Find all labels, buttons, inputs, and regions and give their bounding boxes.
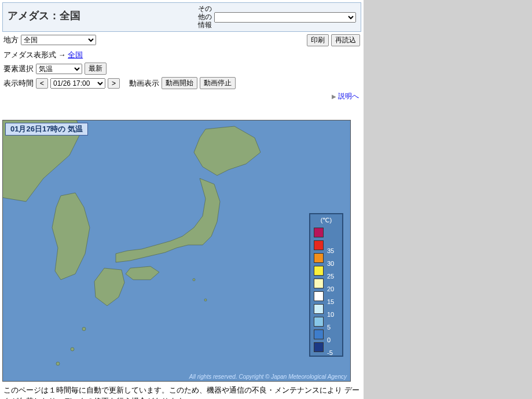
region-select[interactable]: 全国 (21, 35, 96, 45)
legend-value: 20 (327, 285, 339, 292)
page-title: アメダス：全国 (3, 3, 193, 31)
explain-link-row: ▶ 説明へ (2, 90, 361, 103)
table-format-link[interactable]: 全国 (68, 50, 83, 59)
japan-map (3, 120, 350, 381)
legend-swatch (314, 304, 324, 314)
time-prev-button[interactable]: < (36, 78, 48, 89)
other-info-section: その 他の 情報 (193, 3, 361, 31)
legend-value: 0 (327, 336, 339, 343)
legend-swatch (314, 342, 324, 352)
legend-value: -5 (327, 349, 339, 356)
legend-row (314, 226, 339, 239)
legend-value: 10 (327, 311, 339, 318)
animation-label: 動画表示 (129, 78, 159, 89)
time-label: 表示時間 (3, 78, 34, 89)
legend-value: 25 (327, 273, 339, 280)
svg-point-2 (56, 362, 60, 365)
element-select[interactable]: 気温 (36, 64, 82, 74)
legend-swatch (314, 330, 324, 339)
legend-value: 15 (327, 298, 339, 305)
legend-swatch (314, 279, 324, 288)
legend-swatch (314, 240, 324, 250)
time-next-button[interactable]: > (108, 78, 120, 89)
animation-stop-button[interactable]: 動画停止 (200, 77, 236, 89)
svg-point-3 (193, 279, 195, 281)
triangle-icon: ▶ (332, 93, 336, 100)
region-row: 地方 全国 印刷 再読込 (2, 32, 361, 49)
map-title: 01月26日17時の 気温 (5, 123, 88, 136)
map-container: 01月26日17時の 気温 (℃) 35302520151050-5 (2, 120, 351, 382)
table-format-row: アメダス表形式 → 全国 (2, 49, 361, 61)
legend-value: 30 (327, 260, 339, 267)
reload-button[interactable]: 再読込 (331, 34, 360, 46)
legend-swatch (314, 317, 324, 327)
legend-value: 5 (327, 324, 339, 331)
other-info-label: その 他の 情報 (198, 5, 212, 29)
svg-point-0 (82, 327, 86, 331)
element-label: 要素選択 (3, 64, 34, 74)
other-info-select[interactable] (214, 12, 356, 23)
animation-start-button[interactable]: 動画開始 (162, 77, 197, 89)
svg-point-4 (204, 299, 207, 301)
explain-link[interactable]: 説明へ (338, 92, 359, 100)
footnote-text: このページは１時間毎に自動で更新しています。このため、機器や通信の不良・メンテナ… (2, 382, 361, 399)
element-row: 要素選択 気温 最新 (2, 61, 361, 76)
legend-value: 35 (327, 247, 339, 254)
time-row: 表示時間 < 01/26 17:00 > 動画表示 動画開始 動画停止 (2, 76, 361, 90)
temperature-legend: (℃) 35302520151050-5 (309, 213, 343, 357)
latest-button[interactable]: 最新 (85, 63, 107, 75)
print-button[interactable]: 印刷 (307, 34, 329, 46)
legend-row: 35 (314, 239, 339, 251)
table-format-prefix: アメダス表形式 → (3, 50, 68, 59)
legend-swatch (314, 228, 324, 237)
map-copyright: All rights reserved. Copyright © Japan M… (189, 374, 347, 380)
region-label: 地方 (3, 35, 19, 45)
legend-swatch (314, 291, 324, 301)
header-bar: アメダス：全国 その 他の 情報 (2, 2, 361, 32)
svg-point-1 (71, 347, 74, 351)
legend-swatch (314, 253, 324, 263)
time-select[interactable]: 01/26 17:00 (50, 78, 105, 89)
legend-unit: (℃) (314, 217, 339, 224)
legend-swatch (314, 266, 324, 276)
